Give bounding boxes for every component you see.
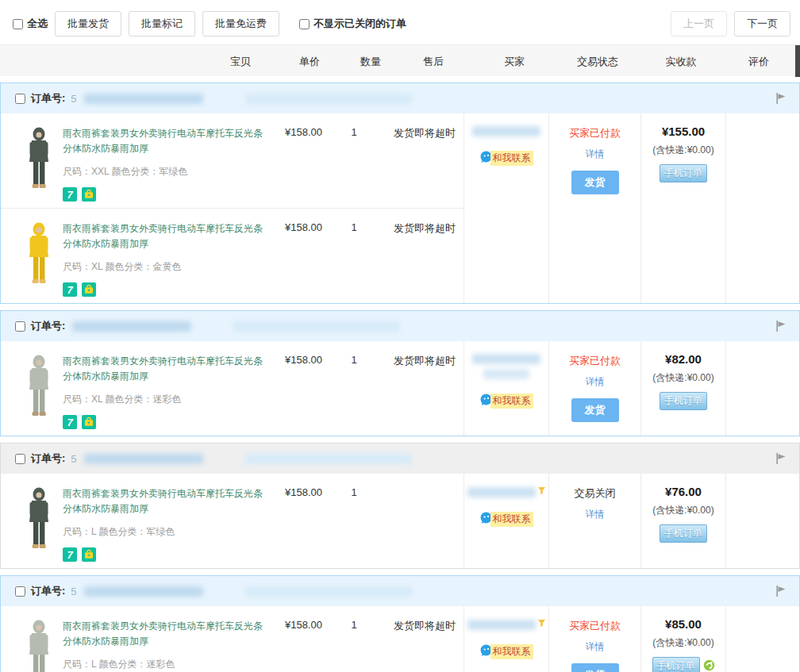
product-thumbnail[interactable] <box>23 126 55 191</box>
order-number-redacted <box>72 321 191 332</box>
order-block: 订单号:5 雨衣雨裤套装男女外卖骑行电动车摩托车反光条分体防水防暴雨加厚尺码：L… <box>0 443 800 569</box>
unit-price: ¥158.00 <box>267 354 322 429</box>
column-header-4: 售后 <box>423 55 444 69</box>
product-thumbnail[interactable] <box>23 619 55 672</box>
ship-button[interactable]: 发货 <box>571 398 619 422</box>
flag-icon[interactable] <box>774 451 788 466</box>
product-thumbnail[interactable] <box>23 221 55 286</box>
flag-icon[interactable] <box>774 319 788 333</box>
unit-price: ¥158.00 <box>267 126 322 202</box>
trade-status: 交易关闭 <box>549 486 640 501</box>
product-thumbnail[interactable] <box>23 354 55 419</box>
order-items: 雨衣雨裤套装男女外卖骑行电动车摩托车反光条分体防水防暴雨加厚尺码：XL 颜色分类… <box>1 341 463 436</box>
product-info: 雨衣雨裤套装男女外卖骑行电动车摩托车反光条分体防水防暴雨加厚尺码：XXL 颜色分… <box>55 126 267 202</box>
column-header-8: 评价 <box>748 55 769 69</box>
mobile-order-badge: 手机订单 <box>660 392 707 410</box>
contact-seller[interactable]: 和我联系 <box>480 512 533 527</box>
detail-link[interactable]: 详情 <box>549 375 640 389</box>
column-header-3: 数量 <box>360 55 381 69</box>
order-item-row: 雨衣雨裤套装男女外卖骑行电动车摩托车反光条分体防水防暴雨加厚尺码：XXL 颜色分… <box>1 113 463 208</box>
detail-link[interactable]: 详情 <box>549 508 640 521</box>
hide-closed-orders-checkbox[interactable] <box>299 19 310 29</box>
unit-price: ¥158.00 <box>267 486 322 562</box>
order-number-redacted <box>84 586 203 597</box>
review-cell <box>725 341 799 436</box>
amount-received: ¥82.00 <box>641 352 725 366</box>
contact-seller[interactable]: 和我联系 <box>480 151 533 166</box>
product-title-link[interactable]: 雨衣雨裤套装男女外卖骑行电动车摩托车反光条分体防水防暴雨加厚 <box>63 619 267 649</box>
consumer-protection-icon <box>82 187 96 202</box>
quantity: 1 <box>322 486 386 562</box>
order-checkbox[interactable] <box>15 94 25 104</box>
trade-status-cell: 买家已付款详情发货 <box>548 113 640 303</box>
product-sku: 尺码：L 颜色分类：军绿色 <box>63 525 267 539</box>
order-number-redacted <box>84 94 203 104</box>
trade-status: 买家已付款 <box>549 126 640 140</box>
aftersale-status: 发货即将超时 <box>386 619 456 672</box>
pagination: 上一页 下一页 <box>671 11 792 36</box>
order-checkbox[interactable] <box>15 586 25 597</box>
review-cell <box>725 606 799 672</box>
detail-link[interactable]: 详情 <box>549 148 640 161</box>
order-created-time-redacted <box>245 586 412 597</box>
consumer-protection-icon <box>82 282 96 297</box>
shipping-note: (含快递:¥0.00) <box>641 371 725 385</box>
review-cell <box>725 474 799 568</box>
order-checkbox[interactable] <box>15 321 25 332</box>
amount-cell: ¥155.00(含快递:¥0.00)手机订单 <box>640 113 725 303</box>
prev-page-button: 上一页 <box>671 11 727 36</box>
table-header: 宝贝单价数量售后买家交易状态实收款评价 <box>0 44 800 76</box>
mobile-order-badge: 手机订单 <box>660 164 707 182</box>
order-body: 雨衣雨裤套装男女外卖骑行电动车摩托车反光条分体防水防暴雨加厚尺码：XXL 颜色分… <box>1 113 799 303</box>
order-body: 雨衣雨裤套装男女外卖骑行电动车摩托车反光条分体防水防暴雨加厚尺码：L 颜色分类：… <box>1 474 799 568</box>
order-body: 雨衣雨裤套装男女外卖骑行电动车摩托车反光条分体防水防暴雨加厚尺码：XL 颜色分类… <box>1 341 799 436</box>
flag-icon[interactable] <box>774 91 788 106</box>
product-title-link[interactable]: 雨衣雨裤套装男女外卖骑行电动车摩托车反光条分体防水防暴雨加厚 <box>63 126 267 156</box>
product-badges: 7 <box>63 282 267 297</box>
product-title-link[interactable]: 雨衣雨裤套装男女外卖骑行电动车摩托车反光条分体防水防暴雨加厚 <box>63 354 267 384</box>
seven-day-return-icon: 7 <box>63 282 77 297</box>
select-all-label: 全选 <box>27 17 48 31</box>
ship-button[interactable]: 发货 <box>571 171 619 194</box>
amount-cell: ¥76.00(含快递:¥0.00)手机订单 <box>640 474 725 568</box>
buyer-name-row <box>464 619 548 630</box>
order-header: 订单号: <box>1 311 799 341</box>
order-block: 订单号:5 雨衣雨裤套装男女外卖骑行电动车摩托车反光条分体防水防暴雨加厚尺码：L… <box>0 575 800 672</box>
select-all[interactable]: 全选 <box>13 17 48 31</box>
batch-free-shipping-button[interactable]: 批量免运费 <box>202 11 279 36</box>
amount-received: ¥155.00 <box>641 125 725 138</box>
order-header: 订单号:5 <box>1 444 799 474</box>
product-title-link[interactable]: 雨衣雨裤套装男女外卖骑行电动车摩托车反光条分体防水防暴雨加厚 <box>63 221 267 252</box>
product-title-link[interactable]: 雨衣雨裤套装男女外卖骑行电动车摩托车反光条分体防水防暴雨加厚 <box>63 486 267 516</box>
trade-status: 买家已付款 <box>549 619 640 633</box>
buyer-name-row <box>464 354 548 364</box>
select-all-checkbox[interactable] <box>13 19 23 29</box>
scrollbar-thumb[interactable] <box>795 45 800 77</box>
contact-seller[interactable]: 和我联系 <box>480 394 533 409</box>
detail-link[interactable]: 详情 <box>549 640 640 654</box>
buyer-cell: 和我联系 <box>463 474 548 568</box>
product-sku: 尺码：XXL 颜色分类：军绿色 <box>63 165 267 179</box>
product-badges: 7 <box>63 187 267 202</box>
mobile-order-badge: 手机订单 <box>652 657 700 672</box>
buyer-name-redacted-2 <box>483 369 529 379</box>
buyer-cell: 和我联系 <box>463 113 548 303</box>
column-header-2: 单价 <box>299 55 320 69</box>
order-checkbox[interactable] <box>15 454 25 464</box>
ship-button[interactable]: 发货 <box>571 663 619 672</box>
next-page-button[interactable]: 下一页 <box>734 11 790 36</box>
product-thumbnail[interactable] <box>23 486 55 551</box>
contact-label: 和我联系 <box>490 394 533 409</box>
batch-ship-button[interactable]: 批量发货 <box>55 11 121 36</box>
order-number-prefix: 5 <box>71 586 76 597</box>
product-info: 雨衣雨裤套装男女外卖骑行电动车摩托车反光条分体防水防暴雨加厚尺码：L 颜色分类：… <box>55 486 267 562</box>
amount-received: ¥85.00 <box>641 617 725 631</box>
contact-seller[interactable]: 和我联系 <box>480 644 533 659</box>
order-number-prefix: 5 <box>71 93 76 105</box>
hide-closed-orders[interactable]: 不显示已关闭的订单 <box>299 17 406 31</box>
order-number-label: 订单号: <box>31 319 65 333</box>
batch-mark-button[interactable]: 批量标记 <box>129 11 195 36</box>
quantity: 1 <box>322 354 386 429</box>
flag-icon[interactable] <box>774 584 788 598</box>
filter-icon <box>537 486 546 497</box>
